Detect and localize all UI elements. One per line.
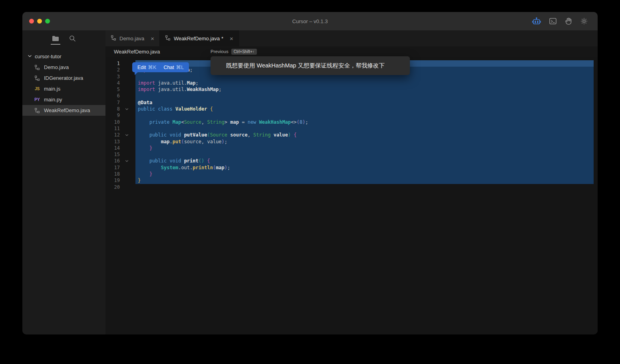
line-number: 17 — [105, 164, 120, 171]
fold-gutter — [120, 125, 135, 132]
folder-name: cursor-tutor — [35, 53, 61, 59]
zoom-window-button[interactable] — [45, 19, 50, 24]
code-text: @Data — [135, 99, 594, 106]
sidebar-item-IDGenerator.java[interactable]: IDGenerator.java — [22, 73, 105, 83]
tab-bar: Demo.java×WeakRefDemo.java *× — [105, 30, 598, 46]
close-icon[interactable]: × — [151, 36, 154, 42]
code-line-20[interactable]: 20 — [105, 184, 598, 190]
terminal-icon[interactable] — [549, 17, 557, 25]
code-text: private Map<Source, String> map = new We… — [135, 119, 594, 125]
previous-hint: Previous Ctrl+Shift+↑ — [211, 46, 257, 57]
sidebar-item-main.py[interactable]: PYmain.py — [22, 94, 105, 105]
fold-gutter — [120, 184, 135, 190]
code-line-5[interactable]: 5import java.util.WeakHashMap; — [105, 86, 598, 93]
tab-Demo.java[interactable]: Demo.java× — [105, 30, 160, 46]
line-number: 14 — [105, 145, 120, 151]
fold-gutter — [120, 164, 135, 171]
file-name: main.js — [44, 86, 60, 92]
file-name: Demo.java — [44, 64, 69, 70]
cursor-window: Cursor – v0.1.3 — [22, 12, 598, 334]
previous-shortcut-badge: Ctrl+Shift+↑ — [231, 49, 257, 55]
code-line-6[interactable]: 6 — [105, 93, 598, 99]
prompt-text: 既想要使用 WeakHashMap 又想要保证线程安全，帮我修改下 — [226, 62, 385, 69]
editor-area: Demo.java×WeakRefDemo.java *× WeakRefDem… — [105, 30, 598, 334]
code-editor[interactable]: 12import lombok.Data;34import java.util.… — [105, 57, 598, 334]
fold-gutter — [120, 99, 135, 106]
code-text: } — [135, 145, 594, 151]
fold-chevron-icon[interactable] — [120, 132, 135, 138]
sidebar-item-Demo.java[interactable]: Demo.java — [22, 62, 105, 73]
title-bar: Cursor – v0.1.3 — [22, 12, 598, 30]
code-text: public class ValueHolder { — [135, 106, 594, 112]
sidebar-item-main.js[interactable]: JSmain.js — [22, 83, 105, 94]
edit-button[interactable]: Edit⌘K — [137, 64, 156, 70]
fold-gutter — [120, 93, 135, 99]
fold-gutter — [120, 151, 135, 158]
code-line-11[interactable]: 11 — [105, 125, 598, 132]
fold-gutter — [120, 119, 135, 125]
line-number: 19 — [105, 177, 120, 184]
traffic-lights — [29, 19, 50, 24]
py-file-icon: PY — [34, 97, 41, 102]
code-line-12[interactable]: 12 public void putValue(Source source, S… — [105, 132, 598, 138]
fold-gutter — [120, 112, 135, 119]
code-line-17[interactable]: 17 System.out.println(map); — [105, 164, 598, 171]
sidebar-item-WeakRefDemo.java[interactable]: WeakRefDemo.java — [22, 105, 105, 116]
java-file-icon — [34, 65, 41, 70]
line-number: 5 — [105, 86, 120, 93]
code-text: public void putValue(Source source, Stri… — [135, 132, 594, 138]
line-number: 18 — [105, 171, 120, 177]
sidebar-header — [22, 30, 105, 46]
fold-gutter — [120, 145, 135, 151]
code-line-19[interactable]: 19} — [105, 177, 598, 184]
settings-gear-icon[interactable] — [580, 17, 588, 25]
fold-gutter — [120, 86, 135, 93]
chevron-down-icon — [28, 53, 32, 59]
code-text: map.put(source, value); — [135, 138, 594, 145]
java-file-icon — [165, 35, 171, 42]
line-number: 4 — [105, 80, 120, 86]
code-line-9[interactable]: 9 — [105, 112, 598, 119]
code-line-4[interactable]: 4import java.util.Map; — [105, 80, 598, 86]
chat-button[interactable]: Chat⌘L — [163, 64, 184, 70]
breadcrumb-bar: WeakRefDemo.java Previous Ctrl+Shift+↑ — [105, 46, 598, 57]
line-number: 12 — [105, 132, 120, 138]
fold-chevron-icon[interactable] — [120, 158, 135, 164]
close-icon[interactable]: × — [230, 36, 233, 42]
java-file-icon — [111, 35, 116, 42]
titlebar-actions — [532, 12, 588, 30]
tab-WeakRefDemo.java[interactable]: WeakRefDemo.java *× — [160, 30, 239, 46]
fold-chevron-icon[interactable] — [120, 106, 135, 112]
hand-wave-icon[interactable] — [564, 17, 572, 25]
code-line-10[interactable]: 10 private Map<Source, String> map = new… — [105, 119, 598, 125]
file-name: WeakRefDemo.java — [44, 107, 90, 113]
code-line-7[interactable]: 7@Data — [105, 99, 598, 106]
prompt-tooltip: 既想要使用 WeakHashMap 又想要保证线程安全，帮我修改下 — [211, 56, 410, 75]
tab-label: Demo.java — [119, 36, 144, 42]
code-line-15[interactable]: 15 — [105, 151, 598, 158]
close-window-button[interactable] — [29, 19, 34, 24]
java-file-icon — [34, 108, 41, 113]
code-line-14[interactable]: 14 } — [105, 145, 598, 151]
line-number: 20 — [105, 184, 120, 190]
code-line-18[interactable]: 18 } — [105, 171, 598, 177]
minimize-window-button[interactable] — [37, 19, 42, 24]
code-text: import java.util.WeakHashMap; — [135, 86, 594, 93]
code-line-8[interactable]: 8public class ValueHolder { — [105, 106, 598, 112]
line-number: 3 — [105, 73, 120, 80]
code-line-16[interactable]: 16 public void print() { — [105, 158, 598, 164]
folder-cursor-tutor[interactable]: cursor-tutor — [22, 51, 105, 62]
search-icon[interactable] — [69, 35, 76, 42]
code-text: } — [135, 171, 594, 177]
line-number: 11 — [105, 125, 120, 132]
breadcrumb[interactable]: WeakRefDemo.java — [114, 49, 160, 55]
code-text: import java.util.Map; — [135, 80, 594, 86]
file-tree: cursor-tutor Demo.javaIDGenerator.javaJS… — [22, 46, 105, 116]
line-number: 8 — [105, 106, 120, 112]
window-title: Cursor – v0.1.3 — [22, 18, 598, 24]
explorer-folder-icon[interactable] — [52, 36, 59, 42]
robot-icon[interactable] — [532, 17, 541, 25]
line-number: 9 — [105, 112, 120, 119]
code-line-13[interactable]: 13 map.put(source, value); — [105, 138, 598, 145]
code-text — [135, 151, 594, 158]
